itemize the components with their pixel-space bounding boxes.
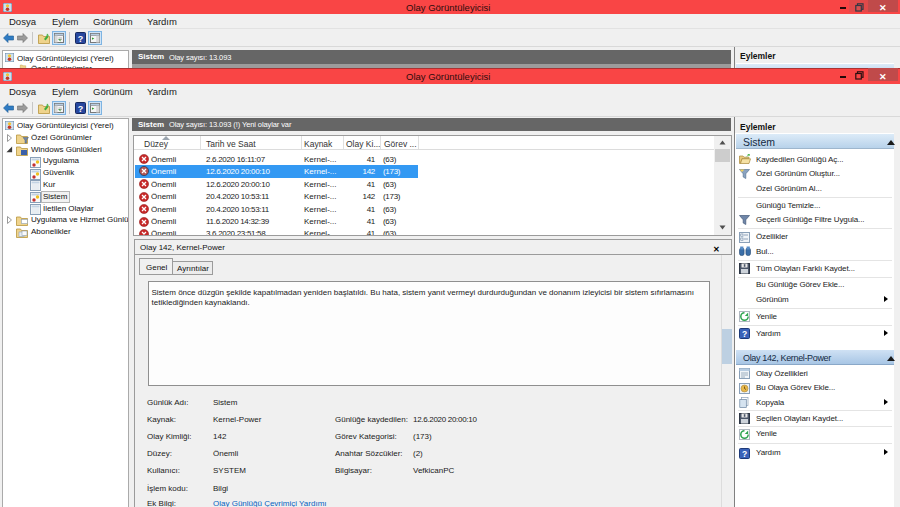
- svg-text:?: ?: [78, 104, 84, 114]
- svg-text:?: ?: [742, 448, 747, 458]
- svg-text:?: ?: [742, 329, 747, 339]
- svg-text:?: ?: [78, 34, 84, 44]
